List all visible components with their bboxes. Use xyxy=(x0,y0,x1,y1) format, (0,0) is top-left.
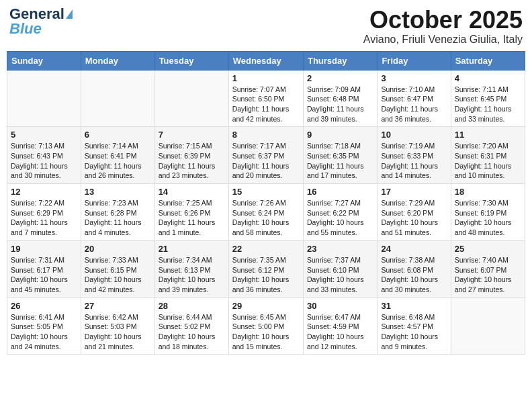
sunrise-text: Sunrise: 7:14 AM xyxy=(85,142,138,150)
day-number: 11 xyxy=(455,130,521,140)
calendar-cell: 14Sunrise: 7:25 AMSunset: 6:26 PMDayligh… xyxy=(154,184,228,241)
day-info: Sunrise: 6:48 AMSunset: 4:57 PMDaylight:… xyxy=(381,312,447,352)
sunrise-text: Sunrise: 6:48 AM xyxy=(381,313,435,321)
calendar-cell: 29Sunrise: 6:45 AMSunset: 5:00 PMDayligh… xyxy=(228,298,303,355)
sunrise-text: Sunrise: 7:10 AM xyxy=(381,85,435,93)
daylight-text: Daylight: 10 hours and 27 minutes. xyxy=(455,275,512,293)
sunrise-text: Sunrise: 7:23 AM xyxy=(85,199,138,207)
day-info: Sunrise: 7:38 AMSunset: 6:08 PMDaylight:… xyxy=(381,255,447,295)
day-number: 6 xyxy=(85,130,151,140)
sunset-text: Sunset: 5:00 PM xyxy=(232,322,285,330)
calendar-cell: 18Sunrise: 7:30 AMSunset: 6:19 PMDayligh… xyxy=(451,184,525,241)
day-number: 25 xyxy=(455,244,521,254)
calendar-cell: 23Sunrise: 7:37 AMSunset: 6:10 PMDayligh… xyxy=(303,240,377,298)
sunset-text: Sunset: 6:31 PM xyxy=(455,152,507,160)
day-number: 9 xyxy=(307,130,373,140)
sunrise-text: Sunrise: 6:42 AM xyxy=(85,313,138,321)
logo-triangle-icon xyxy=(66,9,73,19)
sunset-text: Sunset: 6:43 PM xyxy=(11,152,63,160)
sunset-text: Sunset: 6:17 PM xyxy=(11,266,63,274)
day-info: Sunrise: 7:25 AMSunset: 6:26 PMDaylight:… xyxy=(159,198,225,238)
calendar-week-row: 26Sunrise: 6:41 AMSunset: 5:05 PMDayligh… xyxy=(7,298,525,355)
daylight-text: Daylight: 11 hours and 33 minutes. xyxy=(455,105,512,123)
daylight-text: Daylight: 10 hours and 12 minutes. xyxy=(307,332,364,351)
sunset-text: Sunset: 6:28 PM xyxy=(85,209,137,217)
daylight-text: Daylight: 11 hours and 30 minutes. xyxy=(11,162,68,180)
daylight-text: Daylight: 10 hours and 36 minutes. xyxy=(232,275,290,293)
sunrise-text: Sunrise: 7:22 AM xyxy=(11,199,64,207)
day-info: Sunrise: 6:42 AMSunset: 5:03 PMDaylight:… xyxy=(85,312,151,352)
sunset-text: Sunset: 4:57 PM xyxy=(381,322,433,330)
day-number: 13 xyxy=(85,187,151,197)
weekday-header-row: SundayMondayTuesdayWednesdayThursdayFrid… xyxy=(7,51,525,70)
day-number: 21 xyxy=(159,244,225,254)
day-number: 29 xyxy=(232,301,300,311)
calendar-cell xyxy=(451,298,525,355)
day-info: Sunrise: 7:10 AMSunset: 6:47 PMDaylight:… xyxy=(381,85,447,124)
weekday-header-sunday: Sunday xyxy=(7,51,81,70)
calendar-week-row: 1Sunrise: 7:07 AMSunset: 6:50 PMDaylight… xyxy=(7,70,525,127)
sunset-text: Sunset: 6:10 PM xyxy=(307,266,359,274)
day-info: Sunrise: 7:23 AMSunset: 6:28 PMDaylight:… xyxy=(85,198,151,238)
daylight-text: Daylight: 11 hours and 39 minutes. xyxy=(307,105,364,123)
day-number: 15 xyxy=(232,187,300,197)
day-number: 7 xyxy=(159,130,225,140)
logo-text-general: General xyxy=(9,7,64,21)
calendar-cell: 25Sunrise: 7:40 AMSunset: 6:07 PMDayligh… xyxy=(451,240,525,298)
sunset-text: Sunset: 6:07 PM xyxy=(455,266,507,274)
sunrise-text: Sunrise: 7:37 AM xyxy=(307,256,361,264)
day-number: 18 xyxy=(455,187,521,197)
calendar-week-row: 5Sunrise: 7:13 AMSunset: 6:43 PMDaylight… xyxy=(7,127,525,184)
calendar-cell: 1Sunrise: 7:07 AMSunset: 6:50 PMDaylight… xyxy=(228,70,303,127)
day-info: Sunrise: 7:35 AMSunset: 6:12 PMDaylight:… xyxy=(232,255,300,295)
daylight-text: Daylight: 10 hours and 30 minutes. xyxy=(381,275,438,293)
calendar-cell: 11Sunrise: 7:20 AMSunset: 6:31 PMDayligh… xyxy=(451,127,525,184)
sunrise-text: Sunrise: 7:26 AM xyxy=(232,199,286,207)
sunrise-text: Sunrise: 7:20 AM xyxy=(455,142,508,150)
day-info: Sunrise: 7:40 AMSunset: 6:07 PMDaylight:… xyxy=(455,255,521,295)
day-info: Sunrise: 7:13 AMSunset: 6:43 PMDaylight:… xyxy=(11,141,77,181)
sunrise-text: Sunrise: 7:18 AM xyxy=(307,142,361,150)
day-number: 1 xyxy=(232,73,300,83)
day-number: 22 xyxy=(232,244,300,254)
daylight-text: Daylight: 11 hours and 26 minutes. xyxy=(85,162,142,180)
day-number: 5 xyxy=(11,130,77,140)
sunset-text: Sunset: 6:19 PM xyxy=(455,209,507,217)
weekday-header-monday: Monday xyxy=(81,51,154,70)
daylight-text: Daylight: 11 hours and 4 minutes. xyxy=(85,218,142,236)
day-number: 2 xyxy=(307,73,373,83)
daylight-text: Daylight: 11 hours and 14 minutes. xyxy=(381,162,438,180)
day-info: Sunrise: 6:47 AMSunset: 4:59 PMDaylight:… xyxy=(307,312,373,352)
logo-text-blue: Blue xyxy=(9,21,42,36)
day-number: 30 xyxy=(307,301,373,311)
calendar-cell: 13Sunrise: 7:23 AMSunset: 6:28 PMDayligh… xyxy=(81,184,154,241)
calendar-cell: 2Sunrise: 7:09 AMSunset: 6:48 PMDaylight… xyxy=(303,70,377,127)
sunset-text: Sunset: 6:45 PM xyxy=(455,95,507,103)
daylight-text: Daylight: 11 hours and 10 minutes. xyxy=(455,162,512,180)
month-title: October 2025 xyxy=(363,7,523,34)
sunrise-text: Sunrise: 7:09 AM xyxy=(307,85,361,93)
calendar-cell: 8Sunrise: 7:17 AMSunset: 6:37 PMDaylight… xyxy=(228,127,303,184)
day-info: Sunrise: 7:33 AMSunset: 6:15 PMDaylight:… xyxy=(85,255,151,295)
day-number: 14 xyxy=(159,187,225,197)
daylight-text: Daylight: 11 hours and 23 minutes. xyxy=(159,162,216,180)
weekday-header-thursday: Thursday xyxy=(303,51,377,70)
sunset-text: Sunset: 6:39 PM xyxy=(159,152,211,160)
sunset-text: Sunset: 6:47 PM xyxy=(381,95,433,103)
daylight-text: Daylight: 10 hours and 58 minutes. xyxy=(232,218,290,236)
day-info: Sunrise: 7:18 AMSunset: 6:35 PMDaylight:… xyxy=(307,141,373,181)
day-info: Sunrise: 6:41 AMSunset: 5:05 PMDaylight:… xyxy=(11,312,77,352)
day-info: Sunrise: 7:14 AMSunset: 6:41 PMDaylight:… xyxy=(85,141,151,181)
calendar-cell: 10Sunrise: 7:19 AMSunset: 6:33 PMDayligh… xyxy=(378,127,451,184)
daylight-text: Daylight: 10 hours and 45 minutes. xyxy=(11,275,68,293)
day-number: 12 xyxy=(11,187,77,197)
sunrise-text: Sunrise: 7:40 AM xyxy=(455,256,508,264)
day-number: 4 xyxy=(455,73,521,83)
sunset-text: Sunset: 5:02 PM xyxy=(159,322,211,330)
daylight-text: Daylight: 10 hours and 15 minutes. xyxy=(232,332,290,351)
day-info: Sunrise: 6:44 AMSunset: 5:02 PMDaylight:… xyxy=(159,312,225,352)
weekday-header-wednesday: Wednesday xyxy=(228,51,303,70)
calendar-cell: 16Sunrise: 7:27 AMSunset: 6:22 PMDayligh… xyxy=(303,184,377,241)
day-info: Sunrise: 7:09 AMSunset: 6:48 PMDaylight:… xyxy=(307,85,373,124)
sunset-text: Sunset: 6:13 PM xyxy=(159,266,211,274)
